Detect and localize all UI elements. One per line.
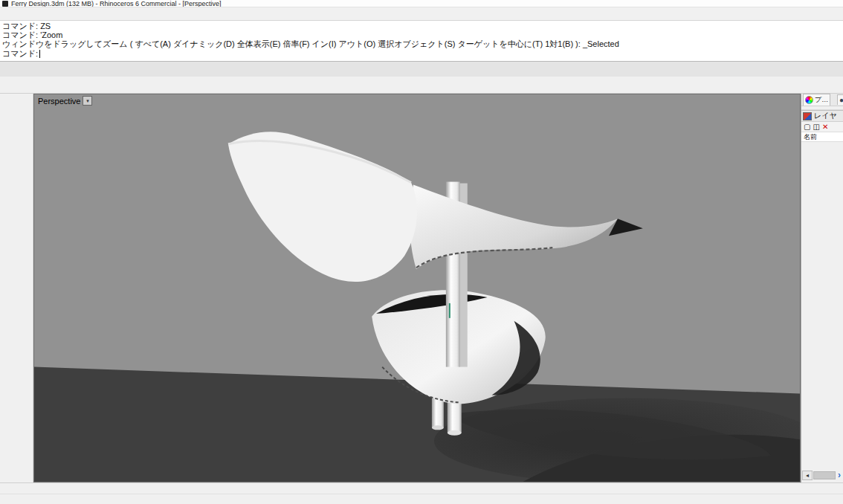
command-history-line: コマンド: 'Zoom — [2, 30, 841, 39]
layers-name-header: 名前 — [801, 132, 843, 142]
rhino-window: { "window": { "title": "Ferry Design.3dm… — [0, 0, 843, 504]
command-history: コマンド: ZS コマンド: 'Zoom ウィンドウをドラッグしてズーム ( す… — [0, 20, 843, 48]
layers-icon — [803, 112, 812, 120]
panel-scrollbar: ◂ › — [801, 468, 843, 482]
ribbon-tab-bar — [0, 62, 843, 77]
text-caret — [39, 50, 40, 58]
window-title: Ferry Design.3dm (132 MB) - Rhinoceros 6… — [11, 0, 222, 7]
right-panel: プ… ● レイヤ ▢ ◫ ✕ 名前 ◂ › — [801, 94, 843, 482]
app-icon — [2, 1, 8, 7]
command-options-line[interactable]: ウィンドウをドラッグしてズーム ( すべて(A) ダイナミック(D) 全体表示(… — [2, 39, 841, 48]
osnap-bar — [0, 494, 843, 504]
viewport-menu-dropdown-icon[interactable]: ▾ — [83, 96, 92, 106]
layers-panel-title: レイヤ — [814, 111, 837, 121]
layers-toolbar: ▢ ◫ ✕ — [801, 122, 843, 132]
viewport-canvas[interactable] — [34, 94, 800, 482]
panel-expand-icon[interactable]: › — [836, 470, 842, 480]
properties-wheel-icon — [805, 96, 813, 104]
tab-render[interactable]: ● — [837, 94, 843, 105]
delete-layer-icon[interactable]: ✕ — [822, 123, 828, 131]
tab-properties[interactable]: プ… — [803, 94, 830, 106]
title-bar: Ferry Design.3dm (132 MB) - Rhinoceros 6… — [0, 0, 843, 7]
main-toolbar — [0, 77, 843, 94]
scroll-left-icon[interactable]: ◂ — [802, 471, 813, 480]
viewport-perspective[interactable]: Perspective ▾ — [33, 94, 801, 482]
copy-layer-icon[interactable]: ◫ — [813, 123, 819, 131]
viewport-title[interactable]: Perspective ▾ — [38, 96, 92, 106]
menu-bar — [0, 7, 843, 20]
render-sphere-icon: ● — [839, 96, 843, 104]
left-toolbar — [0, 94, 33, 482]
viewport-tab-bar — [0, 482, 843, 494]
new-layer-icon[interactable]: ▢ — [804, 123, 810, 131]
layers-panel-header[interactable]: レイヤ — [801, 110, 843, 122]
panel-tab-bar: プ… ● — [801, 94, 843, 106]
command-prompt-label: コマンド: — [2, 49, 38, 58]
command-history-line: コマンド: ZS — [2, 22, 841, 30]
viewport-title-text: Perspective — [38, 97, 80, 106]
command-prompt[interactable]: コマンド: — [0, 48, 843, 62]
tab-properties-label: プ… — [815, 95, 828, 105]
scroll-track[interactable] — [813, 471, 836, 479]
main-area: Perspective ▾ — [0, 94, 843, 482]
